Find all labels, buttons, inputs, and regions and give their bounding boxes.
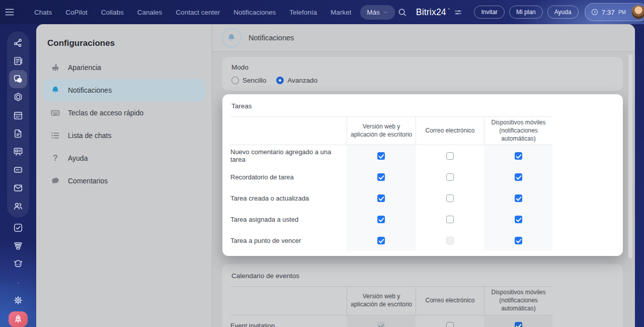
bell-icon bbox=[226, 33, 236, 43]
top-nav-items: ChatsCoPilotCollabsCanalesContact center… bbox=[34, 9, 351, 16]
rocket-icon[interactable] bbox=[9, 311, 28, 327]
checkbox[interactable] bbox=[377, 173, 385, 181]
checkbox[interactable] bbox=[377, 194, 385, 202]
avatar[interactable] bbox=[631, 5, 644, 19]
checkbox[interactable] bbox=[515, 322, 522, 327]
ai-assistant-icon[interactable] bbox=[9, 255, 27, 273]
mode-options: SencilloAvanzado bbox=[231, 77, 614, 84]
checkbox[interactable] bbox=[446, 322, 454, 327]
column-header: Versión web y aplicación de escritorio bbox=[347, 117, 416, 145]
nav-item-notificaciones[interactable]: Notificaciones bbox=[233, 9, 276, 16]
notification-table: Versión web y aplicación de escritorioCo… bbox=[230, 286, 552, 327]
mode-option-avanzado[interactable]: Avanzado bbox=[276, 77, 317, 84]
nav-item-market[interactable]: Market bbox=[331, 9, 351, 16]
table-row: Nuevo comentario agregado a una tarea bbox=[230, 145, 552, 166]
column-header: Correo electrónico bbox=[416, 287, 484, 314]
clock-icon bbox=[591, 8, 599, 16]
left-icon-rail bbox=[0, 24, 36, 327]
mode-option-sencillo[interactable]: Sencillo bbox=[231, 77, 266, 84]
column-header: Correo electrónico bbox=[416, 117, 484, 145]
more-label: Más bbox=[367, 9, 380, 16]
checkbox[interactable] bbox=[515, 216, 522, 223]
tasks-icon[interactable] bbox=[9, 219, 27, 237]
checkbox[interactable] bbox=[515, 152, 522, 160]
chats-icon[interactable] bbox=[9, 70, 27, 88]
checkbox[interactable] bbox=[446, 194, 454, 202]
top-navigation-bar: ChatsCoPilotCollabsCanalesContact center… bbox=[0, 0, 644, 24]
radio-sencillo[interactable] bbox=[231, 77, 239, 84]
sidebar-item-comentarios[interactable]: Comentarios bbox=[43, 170, 205, 192]
sidebar-item-teclas-de-acceso-rápido[interactable]: Teclas de acceso rápido bbox=[43, 102, 205, 124]
row-label: Tarea asignada a usted bbox=[230, 209, 347, 230]
mail-icon[interactable] bbox=[9, 179, 27, 197]
checkbox[interactable] bbox=[515, 173, 522, 181]
checkbox[interactable] bbox=[446, 152, 454, 160]
nav-item-canales[interactable]: Canales bbox=[137, 9, 163, 16]
sliders-icon[interactable] bbox=[454, 8, 462, 17]
radio-avanzado[interactable] bbox=[276, 77, 284, 84]
checkbox[interactable] bbox=[377, 237, 385, 244]
rail-secondary-group bbox=[9, 219, 27, 309]
checkbox[interactable] bbox=[515, 194, 522, 202]
ayuda-button[interactable]: Ayuda bbox=[547, 6, 579, 19]
scrollbar[interactable] bbox=[628, 54, 632, 258]
table-row: Tarea asignada a usted bbox=[230, 209, 552, 230]
nav-item-copilot[interactable]: CoPilot bbox=[65, 9, 88, 16]
settings-content: Modo SencilloAvanzado TareasVersión web … bbox=[212, 52, 635, 327]
keyboard-icon bbox=[50, 108, 60, 118]
row-label: Event invitation bbox=[230, 315, 347, 327]
mode-label: Modo bbox=[231, 63, 614, 71]
sidebar-item-label: Notificaciones bbox=[68, 86, 112, 94]
sidebar-item-apariencia[interactable]: Apariencia bbox=[43, 56, 205, 79]
table-row: Recordatorio de tarea bbox=[230, 166, 552, 187]
people-icon[interactable] bbox=[9, 197, 27, 215]
funnel-icon[interactable] bbox=[9, 237, 27, 255]
notifications-header: Notificaciones bbox=[212, 24, 635, 52]
newsfeed-icon[interactable] bbox=[9, 52, 27, 70]
calendar-icon[interactable] bbox=[9, 106, 27, 124]
sidebar-item-ayuda[interactable]: ?Ayuda bbox=[43, 147, 205, 169]
sidebar-item-label: Comentarios bbox=[68, 177, 108, 185]
table-row: Event invitation bbox=[230, 315, 552, 327]
gear-icon[interactable] bbox=[9, 291, 27, 309]
time-widget[interactable]: 7:37 PM bbox=[585, 3, 644, 21]
share-network-icon[interactable] bbox=[9, 34, 27, 52]
nav-item-chats[interactable]: Chats bbox=[34, 9, 52, 16]
mode-card: Modo SencilloAvanzado bbox=[222, 57, 623, 91]
checkbox[interactable] bbox=[515, 237, 522, 244]
checkbox[interactable] bbox=[446, 237, 454, 244]
checkbox[interactable] bbox=[446, 173, 454, 181]
sidebar-item-notificaciones[interactable]: Notificaciones bbox=[43, 79, 205, 101]
clock-time: 7:37 bbox=[602, 9, 615, 16]
more-menu-button[interactable]: Más bbox=[360, 5, 395, 20]
settings-window: Configuraciones AparienciaNotificaciones… bbox=[36, 24, 635, 327]
sidebar-item-label: Ayuda bbox=[68, 154, 88, 162]
table-header-row: Versión web y aplicación de escritorioCo… bbox=[230, 286, 552, 315]
search-icon[interactable] bbox=[395, 5, 410, 20]
mi-plan-button[interactable]: Mi plan bbox=[509, 6, 543, 19]
mini-icon[interactable] bbox=[9, 273, 27, 291]
menu-icon[interactable] bbox=[4, 4, 15, 21]
table-header-row: Versión web y aplicación de escritorioCo… bbox=[230, 116, 552, 145]
radio-label: Avanzado bbox=[287, 77, 317, 84]
drive-icon[interactable] bbox=[9, 161, 27, 179]
checkbox[interactable] bbox=[446, 216, 454, 223]
nav-item-contact-center[interactable]: Contact center bbox=[176, 9, 220, 16]
bell-icon bbox=[50, 85, 60, 95]
radio-label: Sencillo bbox=[243, 77, 266, 84]
section-tareas: TareasVersión web y aplicación de escrit… bbox=[222, 94, 623, 256]
nav-item-collabs[interactable]: Collabs bbox=[101, 9, 124, 16]
invitar-button[interactable]: Invitar bbox=[474, 6, 505, 19]
nav-item-telefonía[interactable]: Telefonía bbox=[289, 9, 317, 16]
checkbox[interactable] bbox=[377, 152, 385, 160]
question-icon: ? bbox=[50, 153, 60, 163]
rail-main-group bbox=[7, 31, 29, 218]
whiteboard-icon[interactable] bbox=[9, 143, 27, 161]
settings-nav-items: AparienciaNotificacionesTeclas de acceso… bbox=[36, 56, 212, 192]
checkbox[interactable] bbox=[377, 322, 385, 327]
sidebar-item-lista-de-chats[interactable]: Lista de chats bbox=[43, 124, 205, 147]
checkbox[interactable] bbox=[377, 216, 385, 223]
automation-icon[interactable] bbox=[9, 88, 27, 106]
notification-table: Versión web y aplicación de escritorioCo… bbox=[230, 116, 552, 251]
document-icon[interactable] bbox=[9, 124, 27, 143]
